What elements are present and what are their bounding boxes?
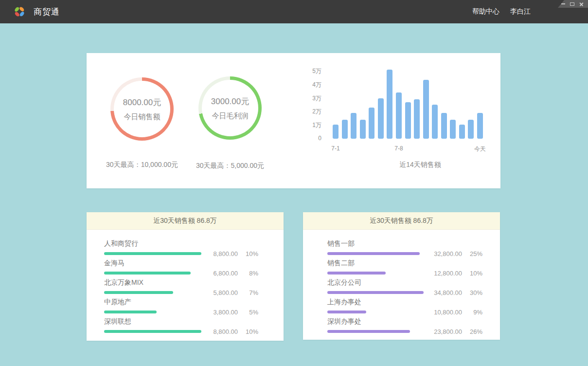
bar-chart-title: 近14天销售额 bbox=[347, 161, 493, 169]
ranking-row-value: 8,800.00 bbox=[204, 250, 238, 257]
daily-sales-bar bbox=[387, 70, 392, 139]
daily-sales-bar bbox=[405, 102, 411, 139]
ranking-row-percent: 25% bbox=[462, 250, 482, 257]
ranking-row-value: 23,800.00 bbox=[428, 328, 462, 335]
ranking-row-name: 北京分公司 bbox=[327, 278, 425, 287]
bar-chart-y-axis: 5万4万3万2万1万0 bbox=[300, 53, 321, 188]
ranking-row-bar bbox=[327, 311, 425, 313]
y-axis-tick: 0 bbox=[300, 135, 321, 142]
daily-sales-bar bbox=[468, 120, 474, 139]
daily-sales-bar bbox=[378, 98, 384, 139]
topbar: 商贸通 帮助中心 李白江 bbox=[0, 0, 588, 23]
daily-sales-bar bbox=[333, 125, 339, 139]
daily-sales-bar bbox=[360, 120, 366, 139]
daily-sales-bar bbox=[369, 108, 374, 139]
today-sales-donut-center: 8000.00元 今日销售额 bbox=[114, 81, 170, 137]
today-profit-value: 3000.00元 bbox=[211, 96, 249, 107]
x-axis-tick: 7-1 bbox=[321, 145, 350, 152]
daily-sales-bar bbox=[450, 120, 456, 139]
ranking-row-percent: 7% bbox=[238, 289, 258, 296]
ranking-row-bar bbox=[327, 291, 425, 294]
department-ranking-rows: 销售一部32,800.0025%销售二部12,800.0010%北京分公司34,… bbox=[303, 230, 500, 333]
help-center-link[interactable]: 帮助中心 bbox=[472, 7, 499, 16]
ranking-row-bar bbox=[104, 272, 201, 274]
close-icon[interactable] bbox=[579, 2, 584, 6]
daily-sales-bar bbox=[414, 99, 420, 139]
ranking-row-bar bbox=[327, 330, 425, 333]
customer-sales-ranking-card: 近30天销售额 86.8万 人和商贸行8,800.0010%金海马6,800.0… bbox=[87, 212, 284, 341]
today-profit-label: 今日毛利润 bbox=[212, 111, 249, 121]
today-sales-value: 8000.00元 bbox=[123, 97, 161, 108]
today-profit-30d-max: 30天最高：5,000.00元 bbox=[175, 162, 285, 170]
ranking-row-bar bbox=[104, 291, 201, 294]
user-name[interactable]: 李白江 bbox=[510, 7, 531, 16]
department-sales-ranking-card: 近30天销售额 86.8万 销售一部32,800.0025%销售二部12,800… bbox=[303, 212, 500, 340]
ranking-row-percent: 10% bbox=[462, 270, 482, 277]
app-title: 商贸通 bbox=[34, 6, 60, 18]
ranking-row-bar bbox=[104, 311, 201, 313]
window-controls bbox=[558, 0, 588, 8]
ranking-row-value: 12,800.00 bbox=[428, 270, 462, 277]
ranking-row-value: 5,800.00 bbox=[204, 289, 238, 296]
daily-sales-bar bbox=[351, 113, 356, 139]
x-axis-tick: 今天 bbox=[465, 145, 495, 153]
ranking-row-name: 销售二部 bbox=[327, 259, 425, 268]
ranking-row-percent: 9% bbox=[462, 309, 482, 316]
ranking-row-percent: 10% bbox=[238, 250, 258, 257]
topbar-nav: 帮助中心 李白江 bbox=[472, 0, 531, 23]
ranking-row-name: 销售一部 bbox=[327, 239, 425, 248]
daily-sales-bar bbox=[423, 80, 429, 139]
app-logo-icon bbox=[13, 5, 26, 18]
ranking-row: 人和商贸行8,800.0010% bbox=[104, 239, 258, 255]
maximize-icon[interactable] bbox=[570, 2, 574, 6]
customer-ranking-title: 近30天销售额 86.8万 bbox=[87, 212, 284, 230]
ranking-row-bar bbox=[104, 252, 201, 255]
ranking-row-name: 上海办事处 bbox=[327, 298, 425, 307]
daily-sales-bar bbox=[441, 113, 447, 139]
ranking-row: 销售二部12,800.0010% bbox=[327, 258, 482, 274]
ranking-row: 金海马6,800.008% bbox=[104, 258, 258, 274]
daily-sales-bar bbox=[342, 120, 348, 139]
daily-sales-bar bbox=[432, 105, 438, 139]
ranking-row: 深圳联想8,800.0010% bbox=[104, 317, 258, 333]
bar-chart-plot bbox=[333, 70, 483, 139]
daily-sales-bar bbox=[396, 92, 402, 139]
ranking-row-value: 6,800.00 bbox=[204, 270, 238, 277]
ranking-row-percent: 10% bbox=[238, 328, 258, 335]
ranking-row-name: 深圳联想 bbox=[104, 317, 201, 326]
ranking-row-bar bbox=[327, 252, 425, 255]
ranking-row-percent: 8% bbox=[238, 270, 258, 277]
ranking-row-value: 8,800.00 bbox=[204, 328, 238, 335]
ranking-row-percent: 30% bbox=[462, 289, 482, 296]
ranking-row: 销售一部32,800.0025% bbox=[327, 239, 482, 255]
ranking-row-bar bbox=[327, 272, 425, 274]
ranking-row-name: 人和商贸行 bbox=[104, 239, 201, 248]
ranking-row-value: 34,800.00 bbox=[428, 289, 462, 296]
ranking-row: 上海办事处10,800.009% bbox=[327, 297, 482, 313]
daily-sales-bar bbox=[459, 125, 465, 139]
ranking-row: 深圳办事处23,800.0026% bbox=[327, 317, 482, 333]
today-sales-donut: 8000.00元 今日销售额 bbox=[110, 77, 174, 141]
x-axis-tick: 7-8 bbox=[384, 145, 413, 152]
summary-card: 8000.00元 今日销售额 30天最高：10,000.00元 3000.00元… bbox=[87, 53, 500, 188]
y-axis-tick: 1万 bbox=[300, 121, 321, 129]
ranking-row-value: 32,800.00 bbox=[428, 250, 462, 257]
ranking-row-value: 3,800.00 bbox=[204, 309, 238, 316]
y-axis-tick: 2万 bbox=[300, 108, 321, 116]
ranking-row: 北京万象MIX5,800.007% bbox=[104, 278, 258, 294]
ranking-row-bar bbox=[104, 330, 201, 333]
customer-ranking-rows: 人和商贸行8,800.0010%金海马6,800.008%北京万象MIX5,80… bbox=[87, 230, 284, 333]
daily-sales-bar bbox=[477, 113, 483, 139]
ranking-row-name: 中原地产 bbox=[104, 298, 201, 307]
ranking-row-percent: 26% bbox=[462, 328, 482, 335]
department-ranking-title: 近30天销售额 86.8万 bbox=[303, 212, 500, 230]
today-profit-donut-center: 3000.00元 今日毛利润 bbox=[202, 80, 258, 136]
y-axis-tick: 4万 bbox=[300, 81, 321, 89]
ranking-row: 中原地产3,800.005% bbox=[104, 297, 258, 313]
ranking-row: 北京分公司34,800.0030% bbox=[327, 278, 482, 294]
y-axis-tick: 5万 bbox=[300, 67, 321, 75]
y-axis-tick: 3万 bbox=[300, 94, 321, 103]
minimize-icon[interactable] bbox=[561, 3, 565, 4]
today-sales-label: 今日销售额 bbox=[124, 112, 160, 122]
ranking-row-name: 深圳办事处 bbox=[327, 317, 425, 326]
